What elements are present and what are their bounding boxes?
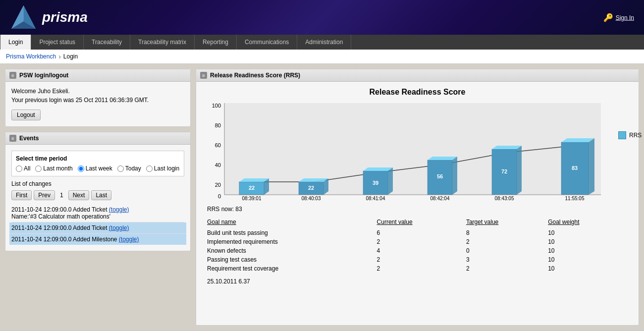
first-button[interactable]: First [11,190,32,200]
breadcrumb-current: Login [63,53,78,60]
svg-text:72: 72 [501,168,507,174]
nav-item-traceability-matrix[interactable]: Traceability matrix [130,35,195,50]
nav-item-communications[interactable]: Communications [237,35,297,50]
event-row-1: 2011-10-24 12:09:00.0 Added Ticket (togg… [11,204,184,222]
svg-text:60: 60 [215,142,221,148]
radio-group: All Last month Last week Today Last [16,165,180,172]
goals-table: Goal name Current value Target value Goa… [207,218,628,273]
svg-marker-31 [517,146,522,195]
radio-last-login-input[interactable] [146,166,153,172]
radio-all[interactable]: All [16,165,30,172]
svg-marker-30 [492,146,522,149]
svg-text:83: 83 [572,165,578,171]
events-panel-body: Select time period All Last month Last w… [5,145,190,251]
nav-item-reporting[interactable]: Reporting [195,35,237,50]
rrs-now: RRS now: 83 [207,206,628,213]
events-panel-title: Events [19,135,39,142]
login-panel-body: Welcome Juho Eskeli. Your previous login… [5,82,190,126]
next-button[interactable]: Next [68,190,90,200]
event-row-2: 2011-10-24 12:09:00.0 Added Ticket (togg… [9,222,186,234]
login-panel-title: PSW login/logout [19,72,68,79]
radio-today[interactable]: Today [117,165,141,172]
goals-tbody: Build unit tests passing6810Implemented … [207,228,628,273]
nav-item-project-status[interactable]: Project status [31,35,84,50]
svg-text:39: 39 [373,180,378,186]
radio-today-input[interactable] [117,166,124,172]
svg-text:08:39:01: 08:39:01 [242,196,262,201]
radio-last-month-input[interactable] [35,166,42,172]
svg-text:11:55:05: 11:55:05 [565,196,585,201]
radio-last-week[interactable]: Last week [78,165,112,172]
radio-last-month[interactable]: Last month [35,165,72,172]
rrs-panel-header: ≡ Release Readiness Score (RRS) [196,69,639,82]
svg-text:22: 22 [308,185,314,191]
svg-text:40: 40 [215,162,221,168]
prev-button[interactable]: Prev [34,190,55,200]
rrs-panel: ≡ Release Readiness Score (RRS) Release … [196,69,639,326]
report-timestamp: 25.10.2011 6.37 [207,278,628,285]
app-name: prisma [42,9,88,25]
breadcrumb-separator: › [58,53,61,60]
radio-all-input[interactable] [16,166,22,172]
chart-legend: RRS [613,102,642,139]
app-header: prisma 🔑 Sign In [0,0,644,35]
events-panel-icon: ≡ [9,135,16,142]
svg-text:56: 56 [437,173,443,179]
toggle-link-1[interactable]: (toggle) [109,206,129,213]
svg-text:100: 100 [212,103,221,109]
svg-marker-22 [363,167,393,171]
svg-marker-18 [299,178,328,182]
event-row-3: 2011-10-24 12:09:00.0 Added Milestone (t… [9,234,186,245]
events-panel-header: ≡ Events [5,132,190,145]
col-current: Current value [377,218,466,228]
logout-button[interactable]: Logout [11,110,41,120]
col-target: Target value [466,218,548,228]
login-panel-header: ≡ PSW login/logout [5,69,190,82]
welcome-text: Welcome Juho Eskeli. [11,88,184,95]
rrs-panel-title: Release Readiness Score (RRS) [210,72,300,79]
radio-last-week-input[interactable] [78,166,84,172]
time-period-label: Select time period [16,155,180,162]
svg-marker-14 [239,178,269,182]
sign-in-link[interactable]: Sign In [616,14,634,21]
nav-item-login[interactable]: Login [0,35,31,50]
login-panel: ≡ PSW login/logout Welcome Juho Eskeli. … [5,69,191,127]
time-period-box: Select time period All Last month Last w… [11,151,184,176]
right-panel: ≡ Release Readiness Score (RRS) Release … [196,69,639,326]
logo-icon [10,4,37,31]
toggle-link-3[interactable]: (toggle) [119,236,139,243]
table-row: Passing test cases2310 [207,255,628,264]
svg-text:08:41:04: 08:41:04 [366,196,385,201]
page-number: 1 [57,191,66,200]
pagination: First Prev 1 Next Last [11,190,184,200]
rrs-panel-icon: ≡ [200,72,207,79]
last-button[interactable]: Last [91,190,111,200]
table-row: Build unit tests passing6810 [207,228,628,237]
svg-text:08:40:03: 08:40:03 [302,196,321,201]
chart-container: Release Readiness Score 100 80 60 40 20 … [207,88,628,201]
chart-title: Release Readiness Score [207,88,628,97]
logo-area: prisma [10,4,88,31]
nav-item-administration[interactable]: Administration [297,35,351,50]
svg-text:08:43:05: 08:43:05 [495,196,514,201]
svg-marker-23 [388,167,393,195]
svg-text:22: 22 [249,185,255,191]
nav-item-traceability[interactable]: Traceability [84,35,130,50]
sign-in-area[interactable]: 🔑 Sign In [603,13,634,22]
breadcrumb-root[interactable]: Prisma Workbench [6,53,56,60]
key-icon: 🔑 [603,13,613,22]
table-row: Requirement test coverage2210 [207,264,628,273]
stats-area: RRS now: 83 Goal name Current value Targ… [202,201,633,290]
radio-last-login[interactable]: Last login [146,165,179,172]
toggle-link-2[interactable]: (toggle) [109,224,129,231]
table-row: Implemented requirements2210 [207,237,628,246]
events-panel: ≡ Events Select time period All Last mon… [5,132,191,251]
table-row: Known defects4010 [207,246,628,255]
col-weight: Goal weight [548,218,628,228]
svg-text:80: 80 [215,122,221,128]
svg-marker-27 [452,157,457,195]
rrs-panel-body: Release Readiness Score 100 80 60 40 20 … [196,82,639,296]
svg-text:0: 0 [218,193,221,199]
legend-color-box [618,131,626,139]
svg-marker-35 [589,138,594,195]
